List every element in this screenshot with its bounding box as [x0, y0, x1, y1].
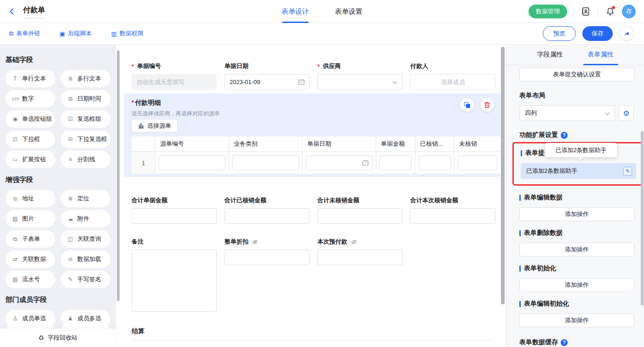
cell-input[interactable]: [419, 155, 451, 171]
field-item-select[interactable]: ⊡下拉框: [6, 131, 55, 148]
help-icon[interactable]: ?: [561, 132, 568, 139]
recycle-label: 字段回收站: [48, 334, 78, 342]
notification-bell-icon[interactable]: [604, 6, 616, 17]
field-item-label: 关联数据: [22, 255, 46, 263]
form-designer-app: 付款单 表单设计 表单设置 数据管理 存 ⧉ 表单外链: [0, 0, 644, 347]
field-supplier[interactable]: 供应商: [317, 62, 402, 90]
field-item-signature[interactable]: ✎手写签名: [61, 271, 110, 288]
section-bar: [519, 195, 521, 201]
total-bill-amount-input[interactable]: [132, 209, 216, 223]
field-payer[interactable]: 付款人: [410, 62, 495, 90]
field-item-data-load[interactable]: ılı数据加载: [61, 250, 110, 268]
cell-input[interactable]: [232, 155, 299, 171]
field-item-linked-query[interactable]: ◫关联查询: [61, 230, 110, 248]
field-item-radio-group[interactable]: ◉单选按钮组: [6, 110, 55, 128]
total-current-writeoff-input[interactable]: [411, 209, 495, 223]
data-assistant-row[interactable]: 已添加2条数据助手 ✎: [521, 163, 636, 179]
discount-input[interactable]: [225, 250, 309, 265]
field-item-linked-data[interactable]: ⇄关联数据: [6, 250, 55, 268]
payer-input[interactable]: [411, 74, 495, 89]
payment-detail-block[interactable]: 付款明细 请先选择供应商，再选择对应的源单 选择源单 源单编号 业务类别 单据日…: [124, 93, 500, 177]
cell-input[interactable]: [159, 155, 225, 171]
field-prepayment[interactable]: 本次预付款: [317, 238, 402, 312]
layout-select[interactable]: 四列: [519, 105, 615, 121]
page-title: 付款单: [23, 6, 45, 14]
supplier-select[interactable]: [317, 74, 402, 90]
layout-settings-button[interactable]: ⚙: [619, 105, 634, 121]
copy-field-button[interactable]: [460, 98, 474, 112]
field-item-label: 单行文本: [22, 74, 46, 83]
cache-title-label: 表单数据缓存: [519, 338, 558, 347]
delete-field-button[interactable]: [480, 98, 494, 112]
field-item-extend-button[interactable]: ▭扩展按钮: [6, 151, 55, 168]
total-not-written-off-input[interactable]: [318, 209, 402, 223]
supplier-select-input[interactable]: [318, 74, 402, 89]
contacts-book-icon[interactable]: [580, 6, 592, 17]
remark-textarea[interactable]: [132, 250, 217, 312]
checkbox-group-icon: ☑: [67, 116, 74, 122]
share-button[interactable]: [619, 26, 634, 41]
signature-icon: ✎: [67, 276, 74, 283]
tab-form-settings[interactable]: 表单设置: [335, 0, 362, 23]
avatar[interactable]: 存: [622, 5, 636, 18]
field-item-subform[interactable]: ⧉子表单: [6, 230, 55, 248]
form-external-link[interactable]: ⧉ 表单外链: [9, 29, 40, 38]
field-item-image[interactable]: ▨图片: [6, 210, 55, 228]
payer-member-picker[interactable]: [410, 74, 495, 90]
field-item-number[interactable]: 123数字: [6, 90, 55, 108]
prepayment-input[interactable]: [318, 250, 402, 265]
add-action-button-edit[interactable]: 添加操作: [519, 207, 634, 221]
cell-input[interactable]: [458, 155, 497, 171]
field-bill-number[interactable]: 单据编号: [132, 62, 217, 90]
tab-form-properties[interactable]: 表单属性: [588, 45, 614, 65]
cell-input[interactable]: [380, 155, 412, 171]
cell-date-input[interactable]: 7: [306, 155, 373, 171]
bill-number-input[interactable]: [132, 74, 216, 89]
save-button[interactable]: 保存: [582, 26, 613, 41]
panel-scrollbar[interactable]: [641, 131, 644, 306]
data-permission-link[interactable]: ▥ 数据权限: [111, 29, 144, 38]
submit-confirm-settings-button[interactable]: 表单提交确认设置: [519, 68, 634, 81]
field-item-multi-line-text[interactable]: ≣多行文本: [61, 70, 110, 87]
external-link-label: 表单外链: [16, 29, 40, 38]
row-index-cell: 1: [132, 152, 155, 174]
bill-date-input[interactable]: [225, 74, 309, 89]
edit-icon[interactable]: ✎: [623, 167, 632, 176]
chevron-left-icon: [8, 8, 16, 15]
field-item-location[interactable]: ⊕定位: [61, 190, 110, 207]
tab-form-design[interactable]: 表单设计: [282, 0, 309, 23]
sidebar-scrollbar[interactable]: [117, 51, 120, 301]
field-remark[interactable]: 备注: [132, 238, 217, 312]
add-action-button-init[interactable]: 添加操作: [519, 278, 634, 292]
group-title: 表单编辑数据: [524, 193, 563, 202]
back-button[interactable]: [8, 7, 17, 16]
data-assistant-tooltip: 已添加2条数据助手: [545, 143, 617, 157]
field-total-written-off[interactable]: 合计已核销金额: [224, 196, 310, 224]
section-member-fields: 部门成员字段: [6, 296, 121, 304]
field-total-bill-amount[interactable]: 合计单据金额: [132, 196, 217, 224]
field-item-datetime[interactable]: ⊞日期时间: [61, 90, 110, 108]
preview-button[interactable]: 预览: [543, 26, 576, 41]
tab-field-properties[interactable]: 字段属性: [537, 45, 563, 65]
canvas-scrollbar[interactable]: [501, 47, 505, 304]
field-item-multi-select[interactable]: ⊟下拉复选框: [61, 131, 110, 148]
field-item-attachment[interactable]: ☁附件: [61, 210, 110, 228]
total-written-off-input[interactable]: [225, 209, 309, 223]
field-total-not-written-off[interactable]: 合计未核销金额: [317, 196, 402, 224]
add-action-button-edit-init[interactable]: 添加操作: [519, 313, 634, 327]
select-source-button[interactable]: 选择源单: [132, 119, 178, 132]
field-item-address[interactable]: ◎地址: [6, 190, 55, 207]
field-item-divider[interactable]: ≡分割线: [61, 151, 110, 168]
data-manage-button[interactable]: 数据管理: [529, 5, 567, 18]
backend-script-link[interactable]: ▣ 后端脚本: [59, 29, 92, 38]
field-bill-date[interactable]: 单据日期 7: [224, 62, 310, 90]
field-recycle-bin[interactable]: ♻ 字段回收站: [0, 329, 116, 347]
field-item-checkbox-group[interactable]: ☑复选框组: [61, 110, 110, 128]
field-item-single-line-text[interactable]: T单行文本: [6, 70, 55, 87]
field-whole-discount[interactable]: 整单折扣: [224, 238, 310, 312]
help-icon[interactable]: ?: [561, 339, 568, 346]
multi-select-icon: ⊟: [67, 136, 74, 142]
field-total-current-writeoff[interactable]: 合计本次核销金额: [410, 196, 495, 224]
add-action-button-delete[interactable]: 添加操作: [519, 243, 634, 256]
field-item-serial-number[interactable]: ▤流水号: [6, 271, 55, 288]
